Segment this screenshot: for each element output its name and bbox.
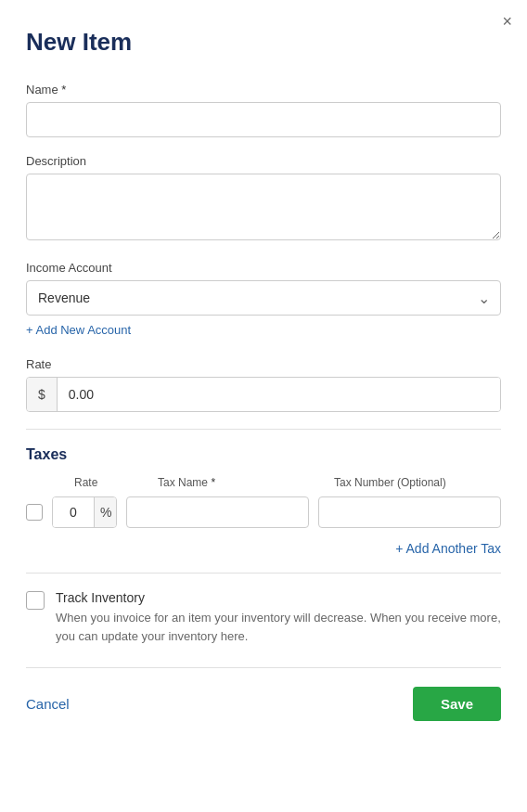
name-input[interactable]	[26, 102, 501, 137]
add-another-tax-row: + Add Another Tax	[26, 541, 501, 556]
rate-field-group: Rate $	[26, 357, 501, 412]
tax-name-column-header: Tax Name *	[158, 476, 325, 489]
income-account-label: Income Account	[26, 261, 501, 275]
track-inventory-divider	[26, 573, 501, 574]
tax-rate-wrapper: %	[52, 496, 117, 528]
rate-label: Rate	[26, 357, 501, 371]
footer-actions: Cancel Save	[26, 687, 501, 721]
tax-number-column-header: Tax Number (Optional)	[334, 476, 501, 489]
save-button[interactable]: Save	[413, 687, 501, 721]
description-field-group: Description	[26, 154, 501, 244]
track-inventory-section: Track Inventory When you invoice for an …	[26, 590, 501, 645]
rate-input-wrapper: $	[26, 377, 501, 412]
track-inventory-text: Track Inventory When you invoice for an …	[56, 590, 501, 645]
tax-number-input[interactable]	[318, 496, 501, 528]
track-inventory-label: Track Inventory	[56, 590, 501, 605]
description-input[interactable]	[26, 174, 501, 240]
taxes-divider	[26, 429, 501, 430]
close-button[interactable]: ×	[502, 13, 512, 30]
name-field-group: Name *	[26, 83, 501, 137]
tax-rate-suffix: %	[94, 497, 117, 527]
tax-name-input[interactable]	[126, 496, 309, 528]
footer-divider	[26, 667, 501, 668]
tax-row: %	[26, 496, 501, 528]
modal-container: × New Item Name * Description Income Acc…	[0, 0, 527, 812]
taxes-section: Taxes Rate Tax Name * Tax Number (Option…	[26, 446, 501, 556]
income-account-select-wrapper: Revenue Sales Other Income ⌄	[26, 280, 501, 316]
track-inventory-description: When you invoice for an item your invent…	[56, 609, 501, 645]
rate-input[interactable]	[58, 378, 500, 411]
page-title: New Item	[26, 28, 501, 57]
track-inventory-checkbox[interactable]	[26, 591, 45, 610]
tax-rate-column-header: Rate	[74, 476, 148, 489]
income-account-select[interactable]: Revenue Sales Other Income	[26, 280, 501, 316]
rate-prefix: $	[27, 378, 58, 411]
description-label: Description	[26, 154, 501, 168]
tax-row-checkbox[interactable]	[26, 504, 43, 521]
income-account-field-group: Income Account Revenue Sales Other Incom…	[26, 261, 501, 341]
add-new-account-link[interactable]: + Add New Account	[26, 323, 131, 337]
taxes-header-row: Rate Tax Name * Tax Number (Optional)	[26, 476, 501, 489]
add-another-tax-button[interactable]: + Add Another Tax	[395, 541, 501, 556]
name-label: Name *	[26, 83, 501, 97]
tax-rate-input[interactable]	[53, 497, 94, 527]
taxes-title: Taxes	[26, 446, 501, 463]
cancel-button[interactable]: Cancel	[26, 696, 70, 712]
